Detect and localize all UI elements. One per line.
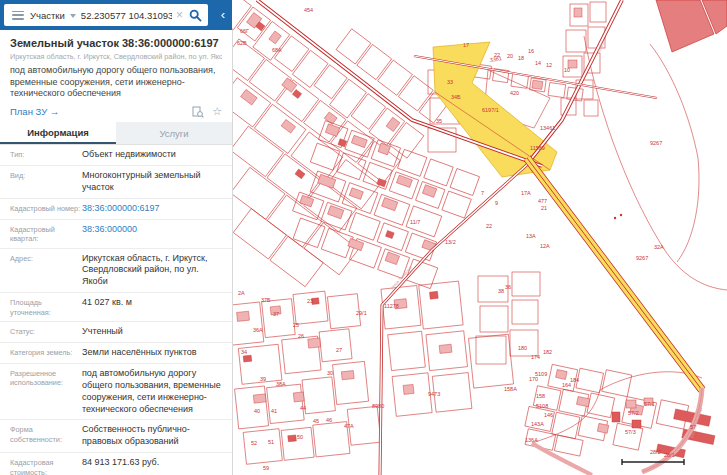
map-parcel-label: 23 (307, 298, 313, 304)
map-parcel-label: 39 (260, 376, 266, 382)
map-parcel-label: 11589 (530, 145, 545, 151)
search-input[interactable] (81, 10, 172, 21)
map-parcel-label: 12 (546, 62, 552, 68)
search-box[interactable]: Участки × (4, 4, 208, 26)
info-row: Кадастровая стоимость:84 913 171.63 руб. (0, 453, 232, 475)
map-parcel-label: 184 (570, 377, 579, 383)
info-row: Вид:Многоконтурный земельный участок (0, 166, 232, 199)
info-row-label: Кадастровая стоимость: (10, 457, 82, 475)
map-parcel-label: 41 (271, 408, 277, 414)
info-row: Разрешенное использование:под автомобиль… (0, 364, 232, 421)
map-parcel-label: 38А (276, 381, 286, 387)
cadastral-map[interactable]: 6197/1420336111589134619267926732А112788… (232, 0, 727, 475)
selected-road-contour[interactable] (527, 158, 702, 390)
map-parcel-label: 158 (536, 393, 545, 399)
info-row-label: Вид: (10, 170, 82, 194)
tab-services[interactable]: Услуги (116, 122, 232, 144)
map-parcel-label: 174 (531, 354, 540, 360)
info-row: Адрес:Иркутская область, г. Иркутск, Све… (0, 249, 232, 294)
info-row-value: Собственность публично-правовых образова… (82, 424, 224, 448)
map-parcel-label: 170 (529, 376, 538, 382)
map-parcel-label: 9267 (650, 140, 662, 146)
map-parcel-label: 37Б (261, 297, 271, 303)
map-parcel-label: 182 (543, 349, 552, 355)
collapse-panel-icon[interactable]: ‹ (221, 6, 225, 23)
search-icon[interactable] (189, 9, 202, 22)
map-parcel-label: 14 (535, 60, 541, 66)
map-parcel-label: 62В (237, 40, 247, 46)
search-type-dropdown[interactable]: Участки (30, 10, 81, 21)
panel-tabs: Информация Услуги (0, 122, 232, 145)
map-parcel-label: 9267 (636, 255, 648, 261)
info-row-value: Объект недвижимости (82, 149, 224, 161)
map-parcel-label: 57/2 (628, 410, 639, 416)
map-parcel-label: 34Б (451, 94, 461, 100)
search-bar: Участки × ‹ (0, 0, 232, 30)
map-parcel-label: 52 (251, 440, 257, 446)
info-panel: Земельный участок 38:36:000000:6197 Ирку… (0, 30, 233, 475)
info-row-label: Кадастровый номер: (10, 203, 82, 215)
info-row: Кадастровый номер:38:36:000000:6197 (0, 199, 232, 220)
map-parcel-label: 32А (654, 244, 664, 250)
info-row-value-link[interactable]: 38:36:000000 (82, 224, 224, 244)
map-parcel-label: 29/1 (356, 310, 367, 316)
map-street-label: 8605 (596, 41, 605, 53)
map-parcel-label: 35 (436, 118, 442, 124)
map-parcel-label: 477 (538, 198, 547, 204)
info-row-value: 41 027 кв. м (82, 297, 224, 317)
map-parcel-label: 66Г (240, 28, 249, 34)
map-parcel-label: 25 (293, 322, 299, 328)
map-parcel-label: 420 (510, 90, 519, 96)
map-parcel-label: 36 (505, 284, 511, 290)
info-row-label: Площадь уточненная: (10, 297, 82, 317)
menu-icon[interactable] (12, 11, 24, 20)
map-parcel-label: 36А (253, 327, 263, 333)
search-type-label: Участки (30, 10, 65, 21)
tab-information[interactable]: Информация (0, 122, 116, 144)
info-row-value-link[interactable]: 38:36:000000:6197 (82, 203, 224, 215)
parcel-mesh (284, 121, 480, 292)
map-parcel-label: 180 (518, 345, 527, 351)
preview-search-icon[interactable] (192, 106, 204, 118)
map-parcel-label: 68А (272, 47, 282, 53)
app-root: 6197/1420336111589134619267926732А112788… (0, 0, 727, 475)
info-row: Статус:Учтенный (0, 322, 232, 343)
map-parcel-label: 9 (495, 200, 498, 206)
map-scale-bar (622, 459, 684, 465)
map-parcel-label: 28/1 (664, 452, 675, 458)
map-parcel-label: 143А (531, 421, 544, 427)
map-parcel-label: 17А (521, 190, 531, 196)
map-parcel-label: 7 (481, 190, 484, 196)
doc-magnifier-glyph (192, 106, 204, 118)
info-row-label: Адрес: (10, 253, 82, 289)
info-row-label: Статус: (10, 326, 82, 338)
map-parcel-label: 28/2 (650, 449, 661, 455)
map-parcel-label: 146 (544, 412, 553, 418)
info-row-label: Форма собственности: (10, 424, 82, 448)
info-row-label: Категория земель: (10, 347, 82, 359)
parcel-boundary (677, 158, 699, 262)
map-parcel-label: 27 (336, 347, 342, 353)
map-parcel-label: 21 (541, 205, 547, 211)
plan-zu-link[interactable]: План ЗУ → (10, 106, 59, 117)
map-parcel-label: 11/7 (410, 219, 420, 225)
info-row-value: Земли населённых пунктов (82, 347, 224, 359)
map-parcel-label: 8980 (372, 403, 384, 409)
map-parcel-label: 13А (526, 233, 536, 239)
map-canvas[interactable]: 6197/1420336111589134619267926732А112788… (232, 0, 727, 475)
map-parcel-label: 9473 (428, 391, 440, 397)
map-parcel-label: 17 (463, 42, 469, 48)
map-parcel-label: 18 (518, 55, 524, 61)
info-row: Площадь уточненная:41 027 кв. м (0, 293, 232, 322)
map-parcel-label: 51 (268, 439, 274, 445)
highlighted-red-parcels (656, 0, 727, 52)
map-parcel-label: 46 (326, 417, 332, 423)
map-parcel-label: 13/2 (445, 239, 456, 245)
map-parcel-label: 16 (528, 48, 534, 54)
clear-icon[interactable]: × (176, 9, 183, 21)
map-parcel-label: 6197/1 (482, 107, 499, 113)
info-row-value: Иркутская область, г. Иркутск, Свердловс… (82, 253, 224, 289)
map-parcel-label: 454 (304, 7, 313, 13)
map-parcel-label: 33 (447, 79, 453, 85)
favorite-star-icon[interactable]: ☆ (212, 105, 222, 118)
